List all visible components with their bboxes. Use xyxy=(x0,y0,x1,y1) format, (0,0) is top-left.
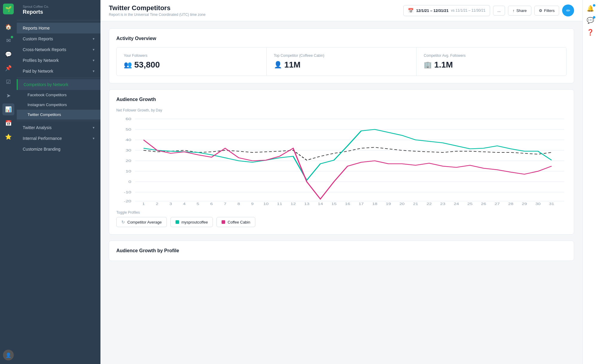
rail-inbox-icon[interactable]: ✉ xyxy=(2,35,14,47)
svg-text:23: 23 xyxy=(440,202,445,206)
svg-text:8: 8 xyxy=(237,202,240,206)
svg-text:3: 3 xyxy=(170,202,172,206)
more-button[interactable]: ... xyxy=(493,6,505,16)
stat-competitor-avg: Competitor Avg. Followers 🏢 1.1M xyxy=(417,48,566,76)
notifications-icon[interactable]: 🔔 xyxy=(587,5,594,12)
sidebar-item-facebook-competitors[interactable]: Facebook Competitors xyxy=(17,90,100,100)
sidebar-item-profiles-by-network[interactable]: Profiles by Network ▾ xyxy=(17,55,100,66)
rail-tasks-icon[interactable]: ☑ xyxy=(2,76,14,88)
app-title: Reports xyxy=(23,9,94,15)
divider xyxy=(17,121,100,121)
rail-star-icon[interactable]: ⭐ xyxy=(2,131,14,143)
competitor-avatar-icon: 👤 xyxy=(274,61,282,69)
page-subtitle: Report is in the Universal Time Coordina… xyxy=(109,13,205,17)
refresh-icon: ↻ xyxy=(121,220,125,224)
svg-text:0: 0 xyxy=(129,180,132,183)
audience-growth-card: Audience Growth Net Follower Growth, by … xyxy=(109,89,574,235)
toggle-coffee-cabin[interactable]: Coffee Cabin xyxy=(216,217,255,227)
svg-text:31: 31 xyxy=(549,202,554,206)
paid-by-network-label: Paid by Network xyxy=(23,69,53,74)
right-rail: 🔔 💬 ❓ xyxy=(582,0,598,364)
rail-messages-icon[interactable]: 💬 xyxy=(2,48,14,60)
facebook-competitors-label: Facebook Competitors xyxy=(28,93,67,97)
more-label: ... xyxy=(498,8,501,13)
audience-growth-by-profile-title: Audience Growth by Profile xyxy=(116,248,567,253)
svg-text:9: 9 xyxy=(251,202,254,206)
chevron-down-icon: ▾ xyxy=(93,126,94,130)
svg-text:14: 14 xyxy=(318,202,323,206)
audience-growth-title: Audience Growth xyxy=(116,97,567,102)
svg-text:16: 16 xyxy=(345,202,350,206)
svg-text:28: 28 xyxy=(508,202,513,206)
sidebar-item-twitter-analysis[interactable]: Twitter Analysis ▾ xyxy=(17,122,100,133)
twitter-competitors-label: Twitter Competitors xyxy=(28,112,61,117)
date-range-button[interactable]: 📅 12/1/21 – 12/31/21 vs 11/1/21 – 11/30/… xyxy=(403,5,490,16)
user-avatar[interactable]: 👤 xyxy=(3,350,14,360)
stat-top-competitor: Top Competitor (Coffeee Cabin) 👤 11M xyxy=(267,48,417,76)
activity-overview-card: Activity Overview Your Followers 👥 53,80… xyxy=(109,28,574,83)
svg-text:4: 4 xyxy=(183,202,186,206)
svg-text:60: 60 xyxy=(126,117,131,121)
filters-button[interactable]: ⚙ Filters xyxy=(534,6,559,16)
svg-text:30: 30 xyxy=(536,202,541,206)
topbar: Twitter Competitors Report is in the Uni… xyxy=(100,0,582,21)
cross-network-label: Cross-Network Reports xyxy=(23,47,66,52)
sidebar-item-internal-performance[interactable]: Internal Performance ▾ xyxy=(17,133,100,144)
rail-pin-icon[interactable]: 📌 xyxy=(2,62,14,74)
topbar-right: 📅 12/1/21 – 12/31/21 vs 11/1/21 – 11/30/… xyxy=(403,4,574,16)
svg-text:13: 13 xyxy=(304,202,309,206)
chevron-down-icon: ▾ xyxy=(93,136,94,140)
rail-calendar-icon[interactable]: 📅 xyxy=(2,117,14,129)
sidebar-item-cross-network[interactable]: Cross-Network Reports ▾ xyxy=(17,44,100,55)
coffee-cabin-line xyxy=(144,140,552,199)
competitor-avg-legend-label: Competitor Average xyxy=(127,220,162,224)
svg-text:-10: -10 xyxy=(124,190,131,194)
svg-text:25: 25 xyxy=(467,202,472,206)
svg-text:30: 30 xyxy=(126,149,131,152)
svg-text:20: 20 xyxy=(126,159,131,163)
share-button[interactable]: ↑ Share xyxy=(508,6,531,16)
competitor-avg-value: 🏢 1.1M xyxy=(424,60,559,70)
page-title: Twitter Competitors xyxy=(109,4,205,12)
help-icon[interactable]: ❓ xyxy=(587,29,594,36)
coffee-cabin-legend-label: Coffee Cabin xyxy=(228,220,250,224)
chevron-down-icon: ▾ xyxy=(93,69,94,73)
filters-label: Filters xyxy=(544,8,555,13)
profiles-by-network-label: Profiles by Network xyxy=(23,58,59,63)
app-logo: 🌱 xyxy=(3,4,14,14)
svg-text:6: 6 xyxy=(210,202,213,206)
content-area: Activity Overview Your Followers 👥 53,80… xyxy=(100,21,582,364)
chart-label: Net Follower Growth, by Day xyxy=(116,108,567,112)
svg-text:-20: -20 xyxy=(124,199,131,203)
edit-button[interactable]: ✏ xyxy=(562,4,574,16)
toggle-mysproutcoffee[interactable]: mysproutcoffee xyxy=(170,217,213,227)
comments-icon[interactable]: 💬 xyxy=(587,17,594,24)
sidebar-item-twitter-competitors[interactable]: Twitter Competitors xyxy=(17,110,100,120)
topbar-left: Twitter Competitors Report is in the Uni… xyxy=(109,4,205,17)
sidebar-header: Sprout Coffee Co. Reports xyxy=(17,0,100,20)
rail-analytics-icon[interactable]: 📊 xyxy=(2,103,14,115)
reports-home-label: Reports Home xyxy=(23,26,50,30)
sidebar-item-reports-home[interactable]: Reports Home xyxy=(17,23,100,33)
sidebar-item-paid-by-network[interactable]: Paid by Network ▾ xyxy=(17,66,100,77)
sidebar-item-customize-branding[interactable]: Customize Branding xyxy=(17,144,100,155)
svg-text:1: 1 xyxy=(142,202,145,206)
rail-home-icon[interactable]: 🏠 xyxy=(2,21,14,33)
toggle-competitor-avg[interactable]: ↻ Competitor Average xyxy=(116,217,167,227)
sidebar-item-competitors-by-network[interactable]: Competitors by Network xyxy=(17,79,100,90)
sidebar-item-instagram-competitors[interactable]: Instagram Competitors xyxy=(17,100,100,110)
svg-text:11: 11 xyxy=(277,202,282,206)
rail-send-icon[interactable]: ➤ xyxy=(2,90,14,102)
sidebar-item-custom-reports[interactable]: Custom Reports ▾ xyxy=(17,33,100,44)
followers-icon: 👥 xyxy=(124,61,132,69)
svg-text:21: 21 xyxy=(413,202,418,206)
audience-growth-chart: 60 50 40 30 20 10 0 -10 -20 1 2 3 4 5 6 xyxy=(116,116,567,206)
mysproutcoffee-color-dot xyxy=(176,220,179,224)
svg-text:29: 29 xyxy=(522,202,527,206)
activity-overview-title: Activity Overview xyxy=(116,36,567,41)
svg-text:18: 18 xyxy=(372,202,377,206)
custom-reports-label: Custom Reports xyxy=(23,36,53,41)
svg-text:26: 26 xyxy=(481,202,486,206)
toggle-row: ↻ Competitor Average mysproutcoffee Coff… xyxy=(116,217,567,227)
divider xyxy=(17,78,100,78)
